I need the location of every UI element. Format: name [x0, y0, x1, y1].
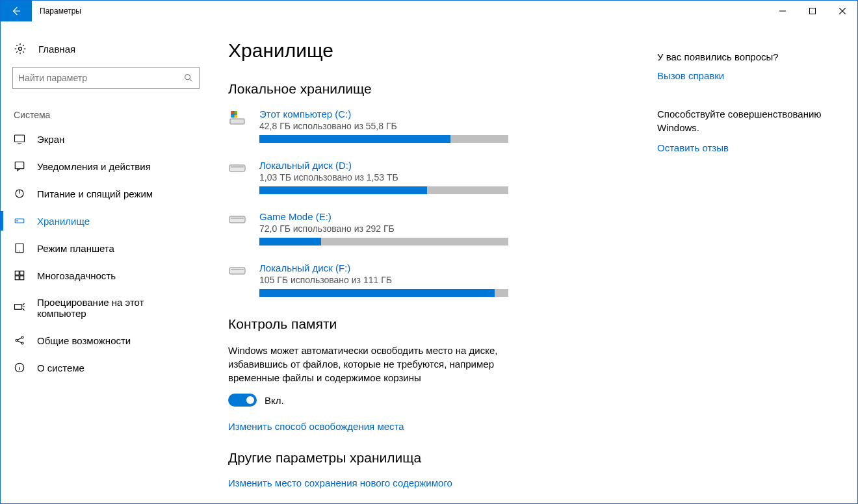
nav-list: Экран Уведомления и действия Питание и с… [1, 125, 209, 381]
drive-name[interactable]: Локальный диск (D:) [259, 160, 657, 171]
sidebar-item-about[interactable]: О системе [1, 354, 209, 381]
sidebar-item-power[interactable]: Питание и спящий режим [1, 180, 209, 207]
storage-sense-toggle[interactable] [228, 394, 257, 407]
svg-point-17 [21, 342, 23, 344]
questions-heading: У вас появились вопросы? [657, 51, 842, 62]
close-button[interactable] [827, 1, 857, 21]
drive-usage: 42,8 ГБ использовано из 55,8 ГБ [259, 121, 657, 131]
drive-bar [259, 186, 508, 194]
drive-bar [259, 135, 508, 143]
svg-point-15 [16, 340, 18, 342]
body: Главная Система Экран Уведомления и дейс… [1, 21, 857, 503]
sidebar-item-label: Режим планшета [37, 243, 114, 254]
project-icon [14, 302, 25, 314]
other-storage-title: Другие параметры хранилища [228, 450, 657, 466]
svg-rect-0 [810, 8, 816, 14]
drive-name[interactable]: Game Mode (E:) [259, 211, 657, 222]
drive-usage: 105 ГБ использовано из 111 ГБ [259, 275, 657, 285]
drive-bar-fill [259, 289, 495, 297]
arrow-left-icon [10, 5, 22, 17]
sidebar-item-label: Общие возможности [37, 335, 131, 346]
sidebar-item-label: Многозадачность [37, 270, 116, 281]
titlebar: Параметры [1, 1, 857, 21]
svg-rect-23 [231, 115, 234, 118]
svg-rect-22 [235, 111, 238, 114]
svg-rect-3 [15, 135, 25, 142]
sidebar-item-multitask[interactable]: Многозадачность [1, 262, 209, 289]
minimize-button[interactable] [768, 1, 798, 21]
home-link[interactable]: Главная [1, 37, 209, 60]
sidebar: Главная Система Экран Уведомления и дейс… [1, 21, 209, 503]
sidebar-section-label: Система [1, 101, 209, 125]
drive-bar [259, 289, 508, 297]
drives-list: Этот компьютер (C:) 42,8 ГБ использовано… [228, 108, 657, 297]
svg-point-16 [21, 336, 23, 338]
storage-icon [14, 215, 25, 227]
drive-body: Локальный диск (D:) 1,03 ТБ использовано… [259, 160, 657, 194]
drive-bar-fill [259, 186, 427, 194]
feedback-link[interactable]: Оставить отзыв [657, 142, 842, 153]
drive-name[interactable]: Этот компьютер (C:) [259, 108, 657, 120]
sidebar-item-label: Проецирование на этот компьютер [37, 297, 196, 319]
drive-row[interactable]: Локальный диск (F:) 105 ГБ использовано … [228, 262, 657, 297]
info-icon [14, 362, 25, 373]
local-storage-title: Локальное хранилище [228, 81, 657, 97]
drive-bar [259, 238, 508, 246]
svg-point-7 [17, 220, 18, 221]
notification-icon [14, 160, 25, 172]
right-pane: У вас появились вопросы? Вызов справки С… [657, 21, 857, 503]
change-freeup-link[interactable]: Изменить способ освобождения места [228, 421, 404, 432]
sidebar-item-tablet[interactable]: Режим планшета [1, 234, 209, 262]
svg-rect-27 [229, 216, 245, 223]
multitask-icon [14, 270, 25, 281]
sidebar-item-notifications[interactable]: Уведомления и действия [1, 153, 209, 180]
share-icon [14, 334, 25, 346]
svg-rect-29 [229, 268, 245, 274]
sidebar-item-display[interactable]: Экран [1, 125, 209, 153]
svg-point-9 [19, 251, 20, 252]
toggle-row: Вкл. [228, 394, 657, 407]
help-link[interactable]: Вызов справки [657, 70, 842, 81]
tablet-icon [14, 242, 25, 254]
svg-rect-12 [15, 276, 19, 280]
drive-body: Game Mode (E:) 72,0 ГБ использовано из 2… [259, 211, 657, 246]
drive-e-icon [228, 211, 248, 246]
display-icon [14, 133, 25, 145]
window-title: Параметры [32, 1, 89, 21]
page-title: Хранилище [228, 40, 657, 62]
sidebar-item-shared[interactable]: Общие возможности [1, 327, 209, 354]
change-save-location-link[interactable]: Изменить место сохранения нового содержи… [228, 477, 452, 488]
svg-point-2 [185, 75, 190, 80]
titlebar-spacer [89, 1, 768, 21]
maximize-button[interactable] [798, 1, 827, 21]
drive-d-icon [228, 160, 248, 194]
main: Хранилище Локальное хранилище Этот компь… [209, 21, 657, 503]
search-input[interactable] [18, 73, 183, 83]
drive-body: Этот компьютер (C:) 42,8 ГБ использовано… [259, 108, 657, 143]
svg-rect-30 [231, 269, 244, 270]
svg-rect-25 [229, 165, 245, 171]
main-inner: Хранилище Локальное хранилище Этот компь… [228, 40, 657, 488]
search-icon [183, 73, 194, 83]
svg-rect-10 [15, 271, 19, 275]
drive-row[interactable]: Game Mode (E:) 72,0 ГБ использовано из 2… [228, 211, 657, 246]
svg-rect-26 [231, 166, 244, 168]
drive-row[interactable]: Этот компьютер (C:) 42,8 ГБ использовано… [228, 108, 657, 143]
storage-sense-desc: Windows может автоматически освободить м… [228, 344, 501, 384]
sidebar-item-storage[interactable]: Хранилище [1, 207, 209, 234]
drive-bar-fill [259, 238, 321, 246]
drive-row[interactable]: Локальный диск (D:) 1,03 ТБ использовано… [228, 160, 657, 194]
svg-rect-19 [230, 119, 244, 124]
sidebar-item-label: О системе [37, 362, 84, 373]
search-box[interactable] [12, 67, 200, 89]
back-button[interactable] [1, 1, 32, 21]
drive-bar-fill [259, 135, 450, 143]
svg-rect-21 [231, 111, 234, 114]
power-icon [14, 188, 25, 199]
gear-icon [14, 42, 27, 55]
sidebar-item-projecting[interactable]: Проецирование на этот компьютер [1, 289, 209, 327]
drive-f-icon [228, 262, 248, 297]
drive-name[interactable]: Локальный диск (F:) [259, 262, 657, 273]
drive-body: Локальный диск (F:) 105 ГБ использовано … [259, 262, 657, 297]
feedback-text: Способствуйте совершенствованию Windows. [657, 107, 842, 134]
